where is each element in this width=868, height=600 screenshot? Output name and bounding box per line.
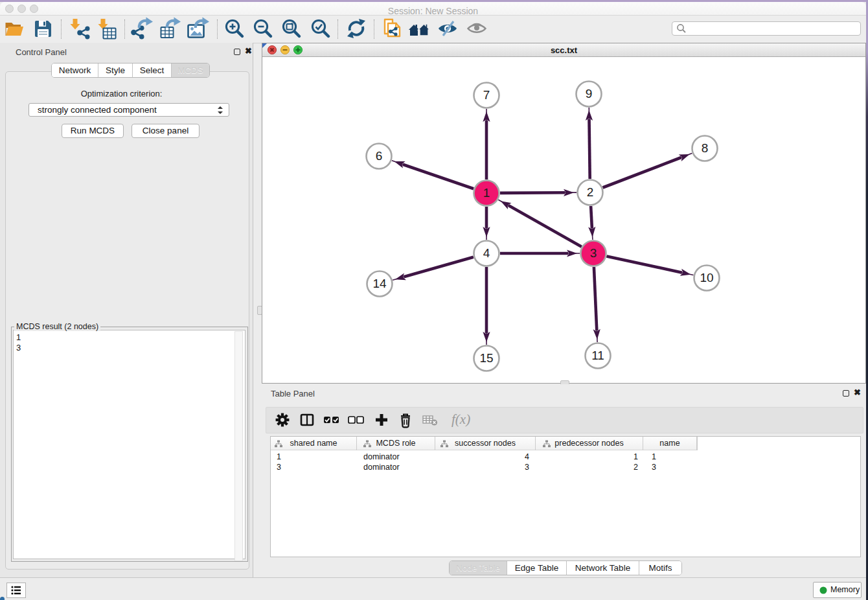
svg-text:3: 3 <box>590 246 597 260</box>
svg-text:11: 11 <box>591 349 604 362</box>
svg-text:4: 4 <box>483 246 490 260</box>
svg-text:f(x): f(x) <box>451 411 470 427</box>
svg-text:1: 1 <box>483 186 490 200</box>
svg-text:6: 6 <box>376 149 383 163</box>
svg-text:7: 7 <box>483 88 490 102</box>
svg-text:14: 14 <box>372 277 387 290</box>
svg-text:10: 10 <box>700 271 713 284</box>
svg-text:9: 9 <box>586 87 593 100</box>
svg-text:2: 2 <box>587 185 594 199</box>
svg-text:15: 15 <box>479 351 493 365</box>
svg-text:8: 8 <box>702 141 709 155</box>
